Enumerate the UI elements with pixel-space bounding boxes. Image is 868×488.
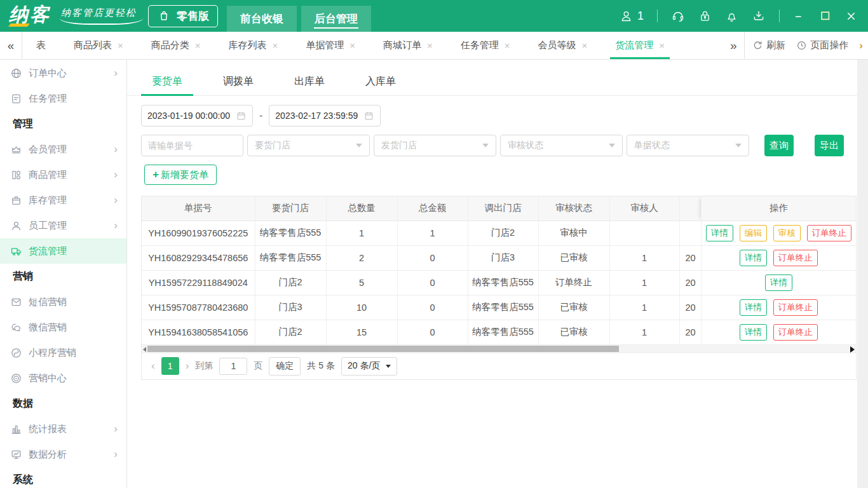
sidebar-item-label: 货流管理 (29, 245, 118, 257)
mail-icon (10, 296, 22, 308)
filter-select-3[interactable]: 单据状态 (627, 135, 749, 156)
scrollbar-left-arrow-icon[interactable] (143, 347, 146, 352)
scroll-tabs-right-button[interactable]: » (722, 32, 744, 59)
prev-page-icon[interactable]: ‹ (151, 360, 155, 372)
subtab-1[interactable]: 调拨单 (212, 68, 264, 95)
date-to-picker[interactable]: 2023-02-17 23:59:59 (269, 105, 381, 126)
page-operations-button[interactable]: 页面操作 (796, 39, 848, 51)
sidebar-item-7[interactable]: 货流管理 (0, 238, 126, 264)
headset-icon[interactable] (671, 9, 685, 23)
open-tab-1[interactable]: 商品列表× (69, 32, 128, 59)
goods-icon (10, 169, 22, 181)
date-from-picker[interactable]: 2023-01-19 00:00:00 (141, 105, 253, 126)
current-page-button[interactable]: 1 (161, 357, 179, 375)
sidebar-item-11[interactable]: 小程序营销 (0, 340, 126, 365)
requisition-table: 单据号要货门店总数量总金额调出门店审核状态审核人操作 YH16099019376… (142, 196, 856, 345)
row-action-详情[interactable]: 详情 (740, 250, 767, 266)
add-requisition-button[interactable]: +新增要货单 (144, 165, 217, 185)
sidebar-item-3[interactable]: 会员管理› (0, 137, 126, 162)
row-action-订单终止[interactable]: 订单终止 (773, 324, 818, 341)
actions-cell: 详情订单终止 (701, 245, 856, 270)
close-tab-icon[interactable]: × (273, 40, 278, 51)
close-tab-icon[interactable]: × (195, 40, 201, 51)
maximize-icon[interactable] (819, 10, 832, 22)
close-window-icon[interactable] (845, 10, 857, 22)
chevron-right-icon: › (114, 219, 118, 232)
row-action-编辑[interactable]: 编辑 (740, 225, 767, 241)
close-tab-icon[interactable]: × (582, 40, 588, 51)
next-page-icon[interactable]: › (186, 360, 189, 372)
open-tab-label: 任务管理 (461, 39, 499, 51)
filter-select-placeholder: 要货门店 (255, 140, 290, 151)
table-cell: 1 (609, 245, 679, 270)
open-tab-4[interactable]: 单据管理× (301, 32, 360, 59)
download-icon[interactable] (752, 9, 766, 23)
minimize-icon[interactable] (793, 10, 806, 22)
order-number-input[interactable] (141, 135, 243, 156)
export-button[interactable]: 导出 (815, 135, 844, 156)
sidebar-item-10[interactable]: 微信营销 (0, 315, 126, 340)
subtab-0[interactable]: 要货单 (141, 68, 193, 95)
filter-select-2[interactable]: 审核状态 (500, 135, 623, 156)
refresh-button[interactable]: 刷新 (752, 39, 785, 51)
filter-select-0[interactable]: 要货门店 (247, 135, 370, 156)
sidebar-item-9[interactable]: 短信营销 (0, 289, 126, 315)
open-tab-5[interactable]: 商城订单× (378, 32, 438, 59)
open-tab-0[interactable]: 表 (31, 32, 51, 59)
column-header: 单据号 (142, 196, 255, 220)
column-header: 调出门店 (468, 196, 538, 220)
table-cell: 已审核 (538, 320, 609, 344)
horizontal-scrollbar[interactable] (142, 345, 856, 353)
sidebar-item-12[interactable]: 营销中心 (0, 365, 126, 391)
user-count-button[interactable]: 1 (620, 10, 644, 23)
sidebar-item-6[interactable]: 员工管理› (0, 213, 126, 238)
sidebar-item-1[interactable]: 任务管理 (0, 86, 126, 111)
row-action-订单终止[interactable]: 订单终止 (807, 225, 851, 241)
subtab-3[interactable]: 入库单 (355, 68, 407, 95)
close-tab-icon[interactable]: × (118, 40, 123, 51)
more-actions-icon[interactable]: › (859, 39, 863, 52)
header-tab-0[interactable]: 前台收银 (227, 6, 297, 32)
sidebar-item-4[interactable]: 商品管理› (0, 162, 126, 187)
close-tab-icon[interactable]: × (659, 40, 665, 51)
row-action-详情[interactable]: 详情 (765, 274, 792, 291)
header-tab-1[interactable]: 后台管理 (301, 6, 371, 32)
row-action-审核[interactable]: 审核 (773, 225, 801, 241)
goto-confirm-button[interactable]: 确定 (269, 357, 301, 376)
scrollbar-thumb[interactable] (147, 346, 619, 352)
open-tab-7[interactable]: 会员等级× (533, 32, 593, 59)
close-tab-icon[interactable]: × (349, 40, 355, 51)
table-cell: 订单终止 (538, 270, 609, 295)
open-tab-8[interactable]: 货流管理× (610, 32, 670, 59)
edition-button[interactable]: 零售版 (148, 5, 218, 27)
open-tab-2[interactable]: 商品分类× (146, 32, 206, 59)
bell-icon[interactable] (725, 10, 738, 23)
subtab-2[interactable]: 出库单 (283, 68, 336, 95)
close-tab-icon[interactable]: × (427, 40, 433, 51)
lock-icon[interactable] (698, 10, 712, 23)
open-tab-3[interactable]: 库存列表× (224, 32, 283, 59)
row-action-订单终止[interactable]: 订单终止 (773, 299, 818, 316)
scrollbar-right-arrow-icon[interactable] (850, 346, 855, 353)
sidebar-item-0[interactable]: 订单中心› (0, 60, 126, 86)
header-nav-tabs: 前台收银后台管理 (227, 6, 376, 32)
column-header: 总金额 (397, 196, 468, 220)
scroll-tabs-left-button[interactable]: « (0, 32, 22, 59)
row-action-详情[interactable]: 详情 (740, 324, 767, 341)
row-action-详情[interactable]: 详情 (740, 299, 767, 316)
filter-select-placeholder: 单据状态 (634, 140, 670, 151)
page-size-select[interactable]: 20 条/页 (341, 357, 397, 376)
open-tabs: 表商品列表×商品分类×库存列表×单据管理×商城订单×任务管理×会员等级×货流管理… (22, 32, 722, 59)
sidebar-item-5[interactable]: 库存管理› (0, 187, 126, 213)
open-tab-6[interactable]: 任务管理× (456, 32, 515, 59)
table-cell: 门店3 (468, 245, 538, 270)
table-cell: YH15957087780423680 (142, 295, 255, 320)
row-action-订单终止[interactable]: 订单终止 (773, 250, 818, 266)
sidebar-item-15[interactable]: 数据分析› (0, 442, 126, 467)
sidebar-item-14[interactable]: 统计报表› (0, 416, 126, 442)
close-tab-icon[interactable]: × (505, 40, 510, 51)
filter-select-1[interactable]: 发货门店 (374, 135, 496, 156)
search-button[interactable]: 查询 (764, 135, 794, 156)
goto-page-input[interactable] (219, 358, 247, 375)
row-action-详情[interactable]: 详情 (706, 225, 733, 241)
